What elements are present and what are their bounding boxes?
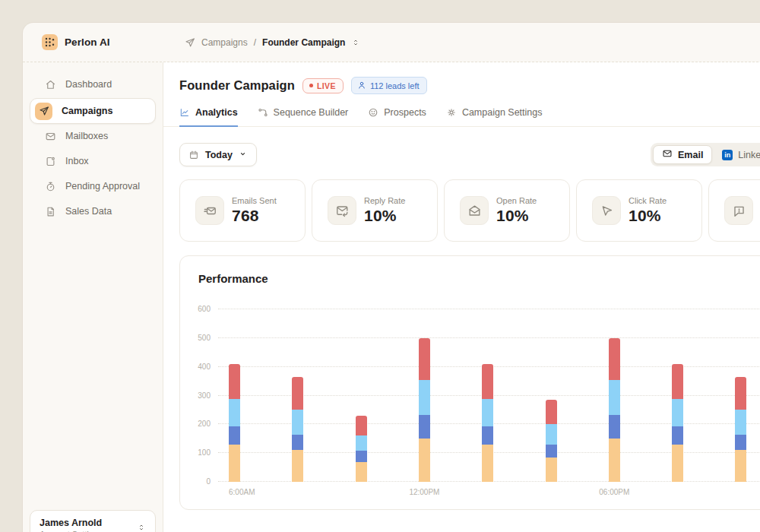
sidebar-item-inbox[interactable]: Inbox (33, 150, 153, 173)
bar-segment[interactable] (546, 445, 557, 458)
x-axis-tick-label: 12:00PM (409, 488, 439, 496)
bar-segment[interactable] (546, 400, 557, 424)
tab-label: Campaign Settings (462, 107, 543, 118)
y-axis-tick-label: 200 (198, 420, 211, 428)
bar-segment[interactable] (229, 426, 240, 444)
sidebar-item-label: Pending Approval (65, 181, 140, 192)
cursor-icon (592, 196, 621, 225)
sidebar-item-sales-data[interactable]: Sales Data (33, 200, 153, 223)
bar-segment[interactable] (735, 410, 746, 434)
stopwatch-icon (44, 180, 56, 192)
inbox-icon (44, 155, 56, 167)
stats-row: Emails Sent 768 Reply Rate 10% (163, 179, 760, 242)
x-axis-tick-label: 06:00PM (599, 488, 629, 496)
tab-prospects[interactable]: Prospects (368, 107, 426, 127)
bar-segment[interactable] (292, 450, 303, 482)
chevron-updown-icon[interactable] (351, 38, 360, 47)
bar-segment[interactable] (609, 380, 620, 416)
chart-plot: 01002003004005006006:00AM12:00PM06:00PM (218, 309, 760, 482)
bar-segment[interactable] (609, 338, 620, 380)
bar-segment[interactable] (419, 338, 430, 380)
bar-segment[interactable] (609, 415, 620, 439)
x-axis-tick-label: 6:00AM (229, 488, 255, 496)
bar-segment[interactable] (672, 364, 683, 399)
bar-segment[interactable] (735, 450, 746, 482)
bar-segment[interactable] (356, 462, 367, 482)
bar-segment[interactable] (672, 445, 683, 482)
sidebar-item-pending-approval[interactable]: Pending Approval (33, 175, 153, 198)
bar-segment[interactable] (356, 451, 367, 461)
channel-linkedin-button[interactable]: in LinkedIn (714, 145, 760, 164)
stat-label: Reply Rate (364, 196, 405, 205)
bar-segment[interactable] (292, 410, 303, 434)
bar-segment[interactable] (419, 380, 430, 416)
leads-left-label: 112 leads left (370, 81, 420, 90)
sidebar-item-campaigns[interactable]: Campaigns (30, 98, 156, 124)
live-status-badge: LIVE (302, 78, 344, 93)
bar-segment[interactable] (735, 435, 746, 451)
breadcrumb-current[interactable]: Founder Campaign (262, 37, 345, 48)
stat-card-reply-rate: Reply Rate 10% (312, 179, 438, 242)
tab-sequence-builder[interactable]: Sequence Builder (258, 107, 349, 127)
breadcrumb-section[interactable]: Campaigns (201, 37, 248, 48)
chat-bubble-icon (724, 196, 753, 225)
sidebar: Dashboard Campaigns Mailboxes (23, 62, 163, 532)
bar-segment[interactable] (672, 426, 683, 444)
stat-card-open-rate: Open Rate 10% (444, 179, 570, 242)
sidebar-item-label: Mailboxes (65, 131, 108, 141)
gear-icon (446, 107, 457, 118)
brand-name: Perlon AI (65, 36, 110, 48)
home-icon (44, 78, 56, 90)
channel-label: Email (678, 150, 703, 160)
bar-segment[interactable] (419, 415, 430, 439)
bar-segment[interactable] (229, 399, 240, 426)
tab-label: Prospects (384, 107, 426, 118)
user-name: James Arnold (40, 518, 137, 528)
bar-segment[interactable] (229, 445, 240, 482)
sidebar-item-label: Sales Data (65, 206, 112, 217)
sidebar-item-mailboxes[interactable]: Mailboxes (33, 125, 153, 147)
bar-segment[interactable] (292, 435, 303, 451)
app-window: Perlon AI Campaigns / Founder Campaign (23, 23, 760, 532)
bar-segment[interactable] (229, 364, 240, 399)
bar-segment[interactable] (482, 399, 493, 426)
stat-label: Click Rate (629, 196, 667, 205)
channel-toggle: Email in LinkedIn (651, 143, 760, 166)
sidebar-item-dashboard[interactable]: Dashboard (33, 73, 153, 96)
stat-label: Emails Sent (232, 196, 277, 205)
bar-segment[interactable] (735, 377, 746, 410)
top-bar: Perlon AI Campaigns / Founder Campaign (23, 23, 760, 62)
tab-label: Analytics (195, 107, 238, 118)
y-axis-tick-label: 0 (206, 477, 211, 486)
person-icon (357, 81, 366, 91)
bar-segment[interactable] (356, 435, 367, 451)
stat-value: 10% (496, 207, 537, 225)
breadcrumb-separator: / (254, 37, 256, 48)
tab-analytics[interactable]: Analytics (179, 107, 238, 127)
channel-email-button[interactable]: Email (653, 145, 712, 164)
leads-left-badge: 112 leads left (351, 77, 427, 94)
bar-segment[interactable] (672, 399, 683, 426)
envelope-icon (662, 148, 673, 161)
stat-value: 768 (232, 207, 277, 225)
date-range-button[interactable]: Today (179, 143, 257, 166)
bar-segment[interactable] (419, 439, 430, 482)
bar-segment[interactable] (356, 416, 367, 435)
stat-value: 10% (364, 207, 405, 225)
bar-segment[interactable] (546, 458, 557, 482)
chart-gridline: 600 (218, 309, 760, 309)
bar-segment[interactable] (482, 426, 493, 444)
bar-segment[interactable] (609, 439, 620, 482)
bar-segment[interactable] (482, 445, 493, 482)
page-head: Founder Campaign LIVE 112 leads left (163, 62, 760, 94)
chart-line-icon (179, 107, 190, 118)
tab-campaign-settings[interactable]: Campaign Settings (446, 107, 543, 127)
linkedin-icon: in (722, 150, 733, 160)
stat-card-bounce-rate: Bounce Rate (708, 179, 760, 242)
account-settings-button[interactable]: James Arnold Account Settings (30, 510, 156, 532)
bar-segment[interactable] (482, 364, 493, 399)
page-title: Founder Campaign (179, 78, 295, 93)
stat-body: Open Rate 10% (496, 196, 537, 225)
bar-segment[interactable] (292, 377, 303, 410)
bar-segment[interactable] (546, 424, 557, 444)
